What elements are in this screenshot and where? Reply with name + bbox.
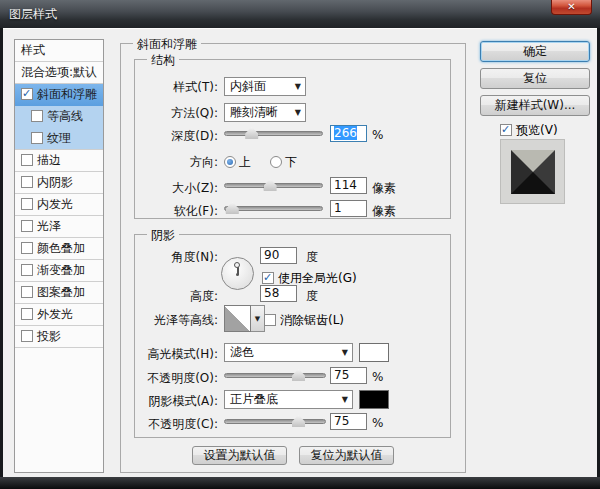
angle-input[interactable]: 90 — [260, 247, 297, 264]
checkbox-icon[interactable] — [262, 272, 274, 284]
reset-default-button[interactable]: 复位为默认值 — [299, 446, 394, 465]
highlight-opacity-label: 不透明度(O): — [126, 370, 218, 387]
depth-label: 深度(D): — [126, 128, 218, 145]
radio-icon[interactable] — [224, 156, 236, 168]
highlight-mode-label: 高光模式(H): — [126, 346, 218, 363]
ok-button[interactable]: 确定 — [480, 41, 590, 62]
gloss-contour-swatch[interactable] — [224, 305, 251, 332]
size-input[interactable]: 114 — [330, 177, 367, 194]
angle-center-icon — [236, 273, 239, 276]
size-slider[interactable] — [224, 183, 323, 188]
anti-aliased-checkbox[interactable]: 消除锯齿(L) — [264, 312, 344, 329]
titlebar[interactable]: 图层样式 ✕ — [0, 0, 600, 28]
gloss-contour-arrow[interactable]: ▼ — [251, 305, 265, 332]
sidebar-item-outer-glow[interactable]: 外发光 — [15, 304, 103, 326]
checkbox-icon[interactable] — [21, 264, 33, 276]
chevron-down-icon: ▼ — [342, 396, 348, 404]
highlight-opacity-slider[interactable] — [224, 373, 326, 378]
checkbox-icon[interactable] — [21, 154, 33, 166]
shadow-opacity-input[interactable]: 75 — [330, 413, 367, 430]
checkbox-icon[interactable] — [31, 132, 43, 144]
sidebar-item-blending-options[interactable]: 混合选项:默认 — [15, 62, 103, 84]
altitude-input[interactable]: 58 — [260, 285, 297, 302]
dialog-body: 样式 混合选项:默认 斜面和浮雕 等高线 纹理 描边 内阴影 内发光 — [3, 28, 597, 477]
checkbox-icon[interactable] — [21, 308, 33, 320]
style-preview-thumbnail — [500, 139, 565, 204]
soften-unit: 像素 — [372, 203, 396, 220]
sidebar-item-stroke[interactable]: 描边 — [15, 150, 103, 172]
close-button[interactable]: ✕ — [551, 0, 592, 15]
size-label: 大小(Z): — [126, 180, 218, 197]
checkbox-icon[interactable] — [21, 242, 33, 254]
highlight-color-swatch[interactable] — [359, 343, 389, 362]
soften-input[interactable]: 1 — [330, 200, 367, 217]
make-default-button[interactable]: 设置为默认值 — [192, 446, 287, 465]
structure-group-title: 结构 — [147, 52, 179, 69]
technique-dropdown[interactable]: 雕刻清晰 ▼ — [224, 103, 306, 122]
radio-icon[interactable] — [270, 156, 282, 168]
checkbox-icon[interactable] — [21, 198, 33, 210]
checkbox-icon[interactable] — [21, 330, 33, 342]
close-icon: ✕ — [567, 1, 575, 12]
direction-label: 方向: — [126, 154, 218, 171]
preview-checkbox[interactable]: 预览(V) — [500, 122, 558, 139]
angle-knob-icon — [234, 262, 240, 268]
chevron-down-icon: ▼ — [342, 349, 348, 357]
dialog-title: 图层样式 — [9, 6, 57, 23]
shadow-opacity-slider[interactable] — [224, 419, 326, 424]
depth-input[interactable]: 266 — [330, 125, 367, 142]
bevel-preview-icon — [511, 150, 555, 194]
angle-dial[interactable] — [221, 257, 254, 290]
gloss-contour-label: 光泽等高线: — [126, 312, 218, 329]
technique-label: 方法(Q): — [126, 105, 218, 122]
styles-list: 样式 混合选项:默认 斜面和浮雕 等高线 纹理 描边 内阴影 内发光 — [14, 39, 104, 473]
highlight-opacity-unit: % — [372, 370, 383, 384]
checkbox-icon[interactable] — [31, 110, 43, 122]
style-dropdown[interactable]: 内斜面 ▼ — [224, 77, 306, 96]
sidebar-item-inner-shadow[interactable]: 内阴影 — [15, 172, 103, 194]
altitude-label: 高度: — [126, 288, 218, 305]
checkbox-icon[interactable] — [21, 176, 33, 188]
style-label: 样式(T): — [126, 79, 218, 96]
depth-unit: % — [372, 128, 383, 142]
checkbox-icon[interactable] — [500, 124, 512, 136]
sidebar-item-color-overlay[interactable]: 颜色叠加 — [15, 238, 103, 260]
shading-group-title: 阴影 — [147, 227, 179, 244]
direction-up-radio[interactable]: 上 — [224, 154, 251, 171]
shadow-mode-dropdown[interactable]: 正片叠底 ▼ — [224, 390, 353, 409]
window-bottom-border — [0, 477, 600, 489]
checkbox-icon[interactable] — [21, 220, 33, 232]
checkbox-icon[interactable] — [264, 314, 276, 326]
shadow-opacity-unit: % — [372, 416, 383, 430]
sidebar-item-gradient-overlay[interactable]: 渐变叠加 — [15, 260, 103, 282]
highlight-opacity-input[interactable]: 75 — [330, 367, 367, 384]
sidebar-item-satin[interactable]: 光泽 — [15, 216, 103, 238]
highlight-mode-dropdown[interactable]: 滤色 ▼ — [224, 343, 353, 362]
shadow-color-swatch[interactable] — [359, 390, 389, 409]
sidebar-item-inner-glow[interactable]: 内发光 — [15, 194, 103, 216]
direction-down-radio[interactable]: 下 — [270, 154, 297, 171]
soften-slider[interactable] — [224, 206, 323, 211]
size-unit: 像素 — [372, 180, 396, 197]
sidebar-item-contour[interactable]: 等高线 — [15, 106, 103, 128]
sidebar-item-pattern-overlay[interactable]: 图案叠加 — [15, 282, 103, 304]
soften-label: 软化(F): — [126, 203, 218, 220]
sidebar-item-texture[interactable]: 纹理 — [15, 128, 103, 150]
checkbox-icon[interactable] — [21, 88, 33, 100]
shadow-opacity-label: 不透明度(C): — [126, 416, 218, 433]
panel-title: 斜面和浮雕 — [133, 36, 201, 53]
sidebar-item-bevel-emboss[interactable]: 斜面和浮雕 — [15, 84, 103, 106]
layer-style-dialog: 图层样式 ✕ 样式 混合选项:默认 斜面和浮雕 等高线 纹理 描边 — [0, 0, 600, 489]
chevron-down-icon: ▼ — [295, 109, 301, 117]
sidebar-item-drop-shadow[interactable]: 投影 — [15, 326, 103, 348]
chevron-down-icon: ▼ — [295, 83, 301, 91]
shadow-mode-label: 阴影模式(A): — [126, 393, 218, 410]
altitude-unit: 度 — [306, 288, 318, 305]
checkbox-icon[interactable] — [21, 286, 33, 298]
sidebar-header-styles[interactable]: 样式 — [15, 40, 103, 62]
depth-slider[interactable] — [224, 131, 323, 136]
reset-button[interactable]: 复位 — [480, 68, 590, 89]
angle-label: 角度(N): — [126, 249, 218, 266]
angle-unit: 度 — [306, 249, 318, 266]
new-style-button[interactable]: 新建样式(W)... — [480, 95, 590, 116]
